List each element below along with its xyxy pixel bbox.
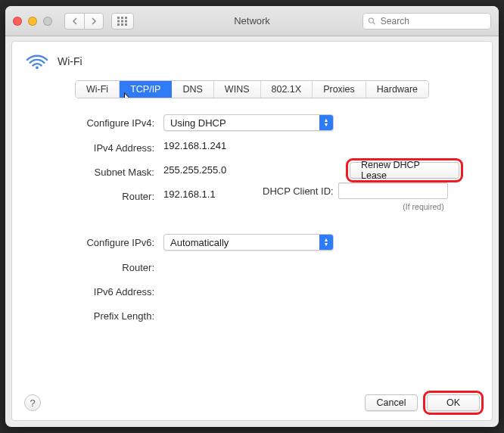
nav-buttons xyxy=(64,13,104,30)
configure-ipv6-value: Automatically xyxy=(170,237,229,248)
svg-rect-7 xyxy=(121,23,123,26)
interface-header: Wi-Fi xyxy=(26,52,478,70)
configure-ipv6-label: Configure IPv6: xyxy=(26,237,154,248)
settings-sheet: Wi-Fi Wi-Fi TCP/IP DNS WINS 802.1X Proxi… xyxy=(11,41,493,421)
ok-button-label: OK xyxy=(446,397,460,408)
tab-wifi[interactable]: Wi-Fi xyxy=(76,81,120,98)
titlebar: Network xyxy=(5,6,499,36)
interface-name: Wi-Fi xyxy=(58,55,82,67)
ok-button[interactable]: OK xyxy=(427,394,480,411)
zoom-window-button[interactable] xyxy=(43,17,52,26)
svg-rect-4 xyxy=(121,20,123,22)
configure-ipv4-label: Configure IPv4: xyxy=(26,117,154,129)
dhcp-client-id-label: DHCP Client ID: xyxy=(263,185,334,197)
prefix-length-value xyxy=(163,308,478,323)
svg-rect-5 xyxy=(125,20,127,22)
svg-rect-2 xyxy=(125,17,127,19)
svg-rect-3 xyxy=(117,20,120,22)
chevron-right-icon xyxy=(91,17,97,25)
prefix-length-label: Prefix Length: xyxy=(26,310,154,322)
router-v4-label: Router: xyxy=(26,191,154,202)
settings-tabs: Wi-Fi TCP/IP DNS WINS 802.1X Proxies Har… xyxy=(26,81,478,98)
tab-hardware[interactable]: Hardware xyxy=(366,81,428,98)
tab-wins[interactable]: WINS xyxy=(214,81,261,98)
tab-proxies[interactable]: Proxies xyxy=(313,81,366,98)
tab-dns[interactable]: DNS xyxy=(172,81,213,98)
search-field[interactable] xyxy=(362,13,491,30)
network-preferences-window: Network Wi-Fi Wi-Fi TCP/IP xyxy=(5,6,499,427)
tab-tcpip-label: TCP/IP xyxy=(130,84,160,95)
ipv6-address-label: IPv6 Address: xyxy=(26,286,154,297)
dhcp-client-id-required: (If required) xyxy=(369,202,478,211)
chevron-left-icon xyxy=(72,17,78,25)
updown-arrows-icon: ▲▼ xyxy=(319,115,333,130)
forward-button[interactable] xyxy=(84,13,104,30)
svg-rect-0 xyxy=(117,17,120,19)
subnet-mask-label: Subnet Mask: xyxy=(26,167,154,178)
search-icon xyxy=(368,17,376,26)
window-controls xyxy=(13,17,52,26)
tab-tcpip[interactable]: TCP/IP xyxy=(120,81,172,98)
svg-point-9 xyxy=(369,17,373,22)
cancel-button[interactable]: Cancel xyxy=(365,394,418,411)
svg-line-10 xyxy=(373,22,375,24)
dhcp-client-id-input[interactable] xyxy=(338,182,448,199)
tcpip-form: Configure IPv4: Using DHCP ▲▼ IPv4 Addre… xyxy=(26,114,478,323)
updown-arrows-icon: ▲▼ xyxy=(319,235,333,250)
back-button[interactable] xyxy=(64,13,84,30)
configure-ipv4-value: Using DHCP xyxy=(170,117,226,129)
svg-rect-1 xyxy=(121,17,123,19)
ipv4-address-label: IPv4 Address: xyxy=(26,142,154,154)
grid-icon xyxy=(117,17,128,26)
show-all-button[interactable] xyxy=(111,13,134,30)
minimize-window-button[interactable] xyxy=(28,17,37,26)
renew-dhcp-lease-label: Renew DHCP Lease xyxy=(361,160,448,181)
help-button[interactable]: ? xyxy=(24,394,41,411)
ipv4-address-value: 192.168.1.241 xyxy=(163,140,478,155)
router-v6-label: Router: xyxy=(26,262,154,273)
renew-dhcp-lease-button[interactable]: Renew DHCP Lease xyxy=(350,162,459,179)
router-v6-value xyxy=(163,260,478,275)
search-input[interactable] xyxy=(379,15,486,27)
configure-ipv6-select[interactable]: Automatically ▲▼ xyxy=(163,234,334,251)
renew-dhcp-slot: Renew DHCP Lease xyxy=(350,159,478,179)
tab-dot1x[interactable]: 802.1X xyxy=(261,81,313,98)
cancel-button-label: Cancel xyxy=(377,397,406,408)
svg-rect-6 xyxy=(117,23,120,26)
svg-point-11 xyxy=(36,67,39,70)
svg-rect-8 xyxy=(125,23,127,26)
dhcp-client-id-slot: DHCP Client ID: (If required) xyxy=(350,182,478,211)
sheet-footer: ? Cancel OK xyxy=(12,385,492,420)
ipv6-address-value xyxy=(163,284,478,299)
wifi-icon xyxy=(26,52,48,70)
close-window-button[interactable] xyxy=(13,17,22,26)
configure-ipv4-select[interactable]: Using DHCP ▲▼ xyxy=(163,114,334,131)
help-icon: ? xyxy=(30,397,35,409)
